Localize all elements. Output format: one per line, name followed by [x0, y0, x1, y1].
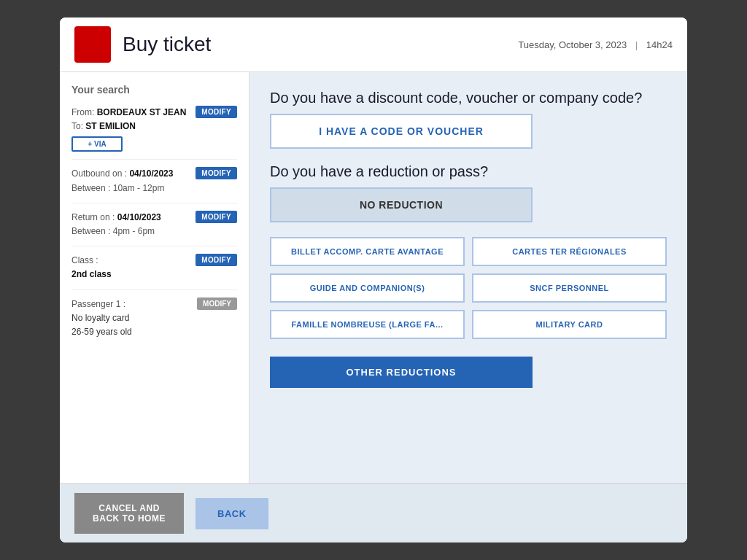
outbound-date: 04/10/2023 [129, 168, 173, 179]
famille-nombreuse-button[interactable]: FAMILLE NOMBREUSE (LARGE FA... [270, 310, 465, 339]
page-title: Buy ticket [123, 33, 518, 56]
reduction-section: Do you have a reduction or pass? NO REDU… [270, 163, 667, 222]
to-value: ST EMILION [85, 121, 136, 131]
time: 14h24 [646, 39, 673, 50]
return-row: Return on : 04/10/2023 Between : 4pm - 6… [71, 211, 237, 238]
passenger-section: Passenger 1 : No loyalty card 26-59 year… [71, 298, 237, 340]
to-text: To: ST EMILION [71, 120, 136, 133]
datetime: Tuesday, October 3, 2023 | 14h24 [518, 39, 673, 50]
reduction-question: Do you have a reduction or pass? [270, 163, 667, 180]
logo [74, 26, 111, 63]
sidebar-title: Your search [71, 84, 237, 96]
billet-accomp-button[interactable]: BILLET ACCOMP. CARTE AVANTAGE [270, 237, 465, 266]
guide-companion-button[interactable]: GUIDE AND COMPANION(S) [270, 273, 465, 303]
from-text: From: BORDEAUX ST JEAN [71, 106, 186, 120]
footer: CANCEL AND BACK TO HOME BACK [60, 483, 687, 542]
cancel-label: CANCEL AND BACK TO HOME [93, 503, 166, 524]
from-value: BORDEAUX ST JEAN [97, 107, 187, 117]
outbound-between: Between : 10am - 12pm [71, 183, 164, 193]
to-row: To: ST EMILION [71, 120, 237, 133]
no-reduction-button[interactable]: NO REDUCTION [270, 187, 533, 222]
other-reductions-button[interactable]: OTHER REDUCTIONS [270, 357, 533, 388]
discount-question: Do you have a discount code, voucher or … [270, 90, 667, 106]
code-voucher-button[interactable]: I HAVE A CODE OR VOUCHER [270, 114, 533, 149]
divider-1 [71, 159, 237, 160]
screen: Buy ticket Tuesday, October 3, 2023 | 14… [60, 18, 687, 542]
divider-4 [71, 289, 237, 290]
divider-2 [71, 203, 237, 203]
class-row: Class : 2nd class MODIFY [71, 254, 237, 281]
return-date: 04/10/2023 [117, 212, 161, 222]
reduction-grid: BILLET ACCOMP. CARTE AVANTAGE CARTES TER… [270, 237, 667, 339]
class-label: Class : [71, 255, 98, 265]
military-card-button[interactable]: MILITARY CARD [472, 310, 667, 339]
outbound-row: Outbound on : 04/10/2023 Between : 10am … [71, 167, 237, 195]
to-label: To: [71, 121, 83, 131]
date: Tuesday, October 3, 2023 [518, 39, 627, 50]
body: Your search From: BORDEAUX ST JEAN MODIF… [60, 72, 687, 483]
return-text: Return on : 04/10/2023 Between : 4pm - 6… [71, 211, 161, 238]
class-value: 2nd class [71, 269, 112, 279]
passenger-age: 26-59 years old [71, 327, 132, 337]
outbound-label: Outbound on : [71, 168, 127, 179]
modify-route-button[interactable]: MODIFY [196, 106, 237, 118]
divider-3 [71, 246, 237, 246]
route-section: From: BORDEAUX ST JEAN MODIFY To: ST EMI… [71, 106, 237, 152]
sidebar: Your search From: BORDEAUX ST JEAN MODIF… [60, 72, 249, 483]
back-button[interactable]: BACK [196, 498, 268, 529]
discount-section: Do you have a discount code, voucher or … [270, 90, 667, 149]
outbound-text: Outbound on : 04/10/2023 Between : 10am … [71, 167, 173, 195]
passenger-label: Passenger 1 : [71, 299, 125, 309]
from-row: From: BORDEAUX ST JEAN MODIFY [71, 106, 237, 120]
return-label: Return on : [71, 212, 115, 222]
modify-return-button[interactable]: MODIFY [196, 211, 237, 223]
cartes-ter-button[interactable]: CARTES TER RÉGIONALES [472, 237, 667, 266]
separator: | [635, 39, 638, 50]
passenger-loyalty: No loyalty card [71, 313, 129, 323]
modify-outbound-button[interactable]: MODIFY [196, 167, 237, 179]
sncf-personnel-button[interactable]: SNCF PERSONNEL [472, 273, 667, 303]
from-label: From: [71, 107, 94, 117]
modify-passenger-button[interactable]: MODIFY [197, 298, 237, 310]
modify-class-button[interactable]: MODIFY [196, 254, 237, 266]
cancel-button[interactable]: CANCEL AND BACK TO HOME [74, 493, 184, 534]
return-between: Between : 4pm - 6pm [71, 226, 155, 236]
outbound-section: Outbound on : 04/10/2023 Between : 10am … [71, 167, 237, 195]
return-section: Return on : 04/10/2023 Between : 4pm - 6… [71, 211, 237, 238]
class-text: Class : 2nd class [71, 254, 112, 281]
main-content: Do you have a discount code, voucher or … [249, 72, 687, 483]
via-button[interactable]: + VIA [71, 136, 123, 152]
passenger-row: Passenger 1 : No loyalty card 26-59 year… [71, 298, 237, 340]
class-section: Class : 2nd class MODIFY [71, 254, 237, 281]
passenger-text: Passenger 1 : No loyalty card 26-59 year… [71, 298, 132, 340]
header: Buy ticket Tuesday, October 3, 2023 | 14… [60, 18, 687, 72]
